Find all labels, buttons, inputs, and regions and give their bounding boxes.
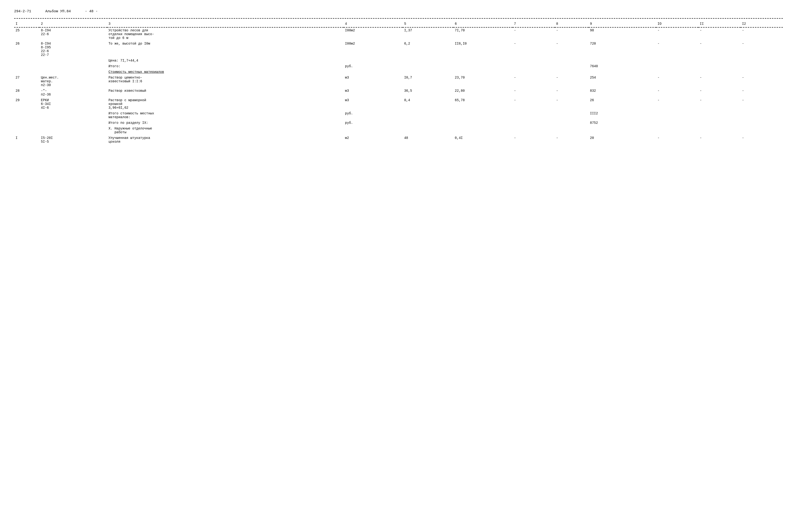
row-col10: - (656, 97, 698, 111)
row-col7: - (513, 97, 555, 111)
row-price: 0,4I (453, 135, 513, 145)
row-col12: - (741, 88, 783, 97)
row-price: 7I,70 (453, 27, 513, 41)
row-col11: - (698, 97, 741, 111)
row-col10: - (656, 27, 698, 41)
table-row: 25 8-I94 22-6 Устройство лесов дляотделк… (14, 27, 783, 41)
row-price: II6,I0 (453, 41, 513, 58)
row-col9: 26 (588, 97, 656, 111)
col-header-6: 6 (453, 21, 513, 27)
table-row: Стоимость местных материалов (14, 69, 783, 75)
itogo-local-unit: руб. (344, 111, 403, 120)
row-col11: - (698, 41, 741, 58)
table-row: 26 8-I94 8-I95 22-6 22-7 То же, высотой … (14, 41, 783, 58)
row-col7: - (513, 88, 555, 97)
row-col12: - (741, 27, 783, 41)
row-price: 65,78 (453, 97, 513, 111)
row-qty: 0,4 (403, 97, 453, 111)
table-row: Итого: руб. 7640 (14, 63, 783, 69)
row-price: 22,80 (453, 88, 513, 97)
row-col11: - (698, 75, 741, 88)
row-number: 28 (14, 88, 39, 97)
row-col12: - (741, 75, 783, 88)
row-col7: - (513, 135, 555, 145)
row-col12: - (741, 97, 783, 111)
row-description: Раствор с мраморнойкрошкой3,96+6I,62 (107, 97, 344, 111)
table-row: Итого по разделу IX: руб. 8752 (14, 120, 783, 126)
itogo-unit: руб. (344, 63, 403, 69)
row-code: 8-I94 8-I95 22-6 22-7 (39, 41, 107, 58)
table-row: Х. Наружные отделочные работы (14, 126, 783, 135)
col-header-11: II (698, 21, 741, 27)
row-col10: - (656, 75, 698, 88)
col-header-3: 3 (107, 21, 344, 27)
col-header-2: 2 (39, 21, 107, 27)
table-row: 27 Цен.мест. матер. п2-30 Раствор цемент… (14, 75, 783, 88)
row-col7: - (513, 75, 555, 88)
row-number: 27 (14, 75, 39, 88)
row-col9: 98 (588, 27, 656, 41)
row-code: ЕРКИ 6-34I 4I-6 (39, 97, 107, 111)
row-col7: - (513, 41, 555, 58)
row-unit: I00м2 (344, 27, 403, 41)
itogo-label: Итого: (107, 63, 344, 69)
row-code: I5-20I 5I-5 (39, 135, 107, 145)
header-line: 294-2-71 Альбом УП.84 - 48 - (14, 10, 783, 14)
section-x-title: Х. Наружные отделочные работы (107, 126, 344, 135)
price-note: Цена: 7I,7+44,4 (107, 58, 344, 63)
row-qty: 6,2 (403, 41, 453, 58)
table-row: Цена: 7I,7+44,4 (14, 58, 783, 63)
row-description: То же, высотой до I0м (107, 41, 344, 58)
row-number: I (14, 135, 39, 145)
itogo-ix-label: Итого по разделу IX: (107, 120, 344, 126)
section-subtitle: Стоимость местных материалов (107, 69, 344, 75)
row-col10: - (656, 88, 698, 97)
row-number: 26 (14, 41, 39, 58)
row-col11: - (698, 88, 741, 97)
row-number: 29 (14, 97, 39, 111)
main-table: I 2 3 4 5 6 7 8 9 IO II I2 25 8-I94 22-6… (14, 21, 783, 145)
row-qty: I,37 (403, 27, 453, 41)
row-description: Улучшенная штукатуркацоколя (107, 135, 344, 145)
row-col12: - (741, 135, 783, 145)
row-col9: 720 (588, 41, 656, 58)
col-header-4: 4 (344, 21, 403, 27)
row-description: Раствор цементно-известковый I:I:6 (107, 75, 344, 88)
itogo-local-label: Итого стоимость местныхматериалов: (107, 111, 344, 120)
itogo-value: 7640 (588, 63, 656, 69)
row-col9: 20 (588, 135, 656, 145)
col-header-8: 8 (555, 21, 588, 27)
page-number: - 48 - (85, 10, 98, 14)
row-qty: 36,5 (403, 88, 453, 97)
row-col11: - (698, 135, 741, 145)
row-col9: 254 (588, 75, 656, 88)
col-header-1: I (14, 21, 39, 27)
table-row: 29 ЕРКИ 6-34I 4I-6 Раствор с мраморнойкр… (14, 97, 783, 111)
col-header-7: 7 (513, 21, 555, 27)
row-unit: I00м2 (344, 41, 403, 58)
itogo-local-value: III2 (588, 111, 656, 120)
col-header-9: 9 (588, 21, 656, 27)
col-header-10: IO (656, 21, 698, 27)
row-col7: - (513, 27, 555, 41)
album-title: Альбом УП.84 (45, 10, 71, 14)
row-unit: м3 (344, 88, 403, 97)
top-dashed-line (14, 18, 783, 19)
row-unit: м3 (344, 97, 403, 111)
row-col12: - (741, 41, 783, 58)
row-description: Устройство лесов дляотделки помещения вы… (107, 27, 344, 41)
col-header-12: I2 (741, 21, 783, 27)
row-col8: - (555, 41, 588, 58)
table-row: Итого стоимость местныхматериалов: руб. … (14, 111, 783, 120)
row-price: 23,70 (453, 75, 513, 88)
table-row: I I5-20I 5I-5 Улучшенная штукатуркацокол… (14, 135, 783, 145)
row-code: 8-I94 22-6 (39, 27, 107, 41)
itogo-ix-unit: руб. (344, 120, 403, 126)
row-description: Раствор известковый (107, 88, 344, 97)
row-col9: 832 (588, 88, 656, 97)
row-unit: м3 (344, 75, 403, 88)
row-code: Цен.мест. матер. п2-30 (39, 75, 107, 88)
row-col11: - (698, 27, 741, 41)
row-unit: м2 (344, 135, 403, 145)
col-header-5: 5 (403, 21, 453, 27)
